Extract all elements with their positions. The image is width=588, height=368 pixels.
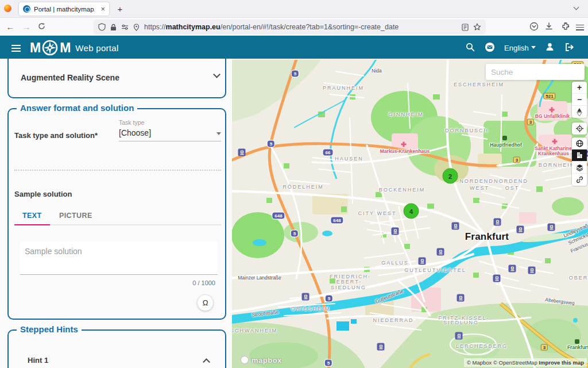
logout-icon[interactable]	[564, 43, 574, 54]
bookmark-star-icon[interactable]	[473, 23, 481, 31]
map-label-district: HAUSEN	[335, 156, 363, 162]
park-poi-icon	[575, 339, 579, 344]
mapbox-logo[interactable]: mapbox	[240, 355, 282, 365]
attribution-osm[interactable]: © OpenStreetMap	[493, 359, 537, 366]
map-canvas[interactable]: NidaPRAUNHEIMESCHERSHEIMGINNHEIMDORNBUSC…	[232, 59, 588, 368]
transit-station-icon	[548, 224, 555, 231]
browser-tab-bar: Portal | mathcitymap.eu × +	[0, 0, 588, 17]
reader-mode-icon[interactable]	[462, 24, 469, 31]
firefox-logo-icon[interactable]	[4, 5, 11, 12]
transit-station-icon	[452, 223, 459, 230]
route-shield: 5	[326, 296, 332, 302]
map-search-input[interactable]	[486, 64, 585, 80]
omega-symbol-button[interactable]: Ω	[197, 294, 214, 311]
answer-format-section: Answer format and solution Task type and…	[7, 108, 226, 320]
classroom-icon[interactable]	[485, 42, 495, 55]
route-shield: 648	[272, 213, 284, 219]
menu-hamburger-icon[interactable]	[576, 23, 584, 32]
location-pin-icon[interactable]	[133, 24, 140, 31]
tracking-shield-icon[interactable]	[98, 23, 106, 31]
map-label-district: WEST	[470, 185, 489, 191]
map-label-district: LERCHESBERG	[456, 343, 508, 349]
map-label-district: SCHWANHEIM	[232, 328, 277, 334]
char-counter: 0 / 1000	[192, 279, 215, 286]
chevron-down-icon[interactable]	[213, 71, 220, 78]
task-type-floating-label: Task type	[119, 119, 144, 126]
map-label-hospital: Krankenhaus	[538, 151, 569, 156]
extensions-puzzle-icon[interactable]	[561, 22, 570, 33]
map-geolocate-control	[572, 122, 587, 135]
compass-button[interactable]	[572, 106, 587, 118]
transit-station-icon	[494, 218, 501, 226]
tab-overflow-chevron-icon[interactable]	[574, 5, 579, 10]
tab-close-button[interactable]: ×	[100, 5, 105, 13]
map-zoom-controls: + −	[572, 82, 587, 118]
search-icon[interactable]	[466, 43, 475, 54]
app-navbar: M M Web portal English	[0, 36, 588, 59]
tab-text[interactable]: TEXT	[22, 212, 42, 220]
chevron-down-icon[interactable]	[531, 46, 536, 49]
park-poi-icon	[502, 136, 507, 140]
transit-station-icon	[509, 265, 516, 273]
attribution-mapbox[interactable]: © Mapbox	[467, 359, 492, 366]
reload-button[interactable]	[34, 20, 48, 34]
url-bar[interactable]: https://mathcitymap.eu/en/portal-en/#!/t…	[94, 20, 486, 34]
map-label-district: OST	[505, 185, 520, 191]
task-cluster-marker[interactable]: 4	[404, 204, 419, 219]
map-label-green: Frankfurt Ci	[567, 344, 588, 350]
map-label-city: Frankfurt	[465, 231, 509, 243]
forward-button[interactable]: →	[20, 20, 33, 34]
new-tab-button[interactable]: +	[114, 3, 126, 16]
answer-format-legend: Answer format and solution	[17, 103, 137, 113]
stepped-hints-section: Stepped Hints Hint 1	[7, 329, 226, 368]
map-label-district: GRIESHEIM	[291, 306, 331, 312]
sample-solution-input[interactable]	[20, 241, 218, 275]
sample-solution-label: Sample solution	[14, 190, 72, 198]
map-label-district: NORDEND	[494, 178, 528, 184]
mapbox-logo-icon	[240, 355, 249, 365]
transit-station-icon	[437, 248, 444, 256]
improve-map-link[interactable]: Improve this map	[539, 359, 584, 366]
buildings-button[interactable]	[572, 150, 587, 162]
hospital-cross-icon	[552, 139, 558, 144]
lock-icon[interactable]	[110, 24, 117, 31]
permissions-sliders-icon[interactable]	[121, 24, 129, 30]
language-selector[interactable]: English	[504, 44, 529, 52]
hospital-cross-icon	[401, 142, 407, 147]
route-shield: 3	[527, 119, 534, 125]
route-shield: 3	[513, 157, 520, 163]
back-button[interactable]: ←	[3, 20, 17, 34]
route-shield: 5	[291, 231, 298, 237]
stepped-hints-legend: Stepped Hints	[17, 324, 82, 334]
share-link-button[interactable]	[572, 174, 587, 186]
map-label-hospital: BG Unfallklinik	[535, 113, 570, 119]
account-icon[interactable]	[545, 42, 555, 54]
layers-button[interactable]	[572, 162, 587, 174]
browser-tab[interactable]: Portal | mathcitymap.eu ×	[19, 2, 109, 16]
sidebar-menu-icon[interactable]	[11, 43, 21, 53]
map-label-street: Mainzer Landstraße	[238, 275, 281, 281]
active-tab-indicator	[14, 224, 50, 225]
task-type-label: Task type and solution*	[14, 131, 98, 140]
route-shield: 3	[541, 344, 548, 351]
pocket-icon[interactable]	[529, 22, 539, 33]
task-form-panel: Augmented Reality Scene Answer format an…	[0, 59, 232, 368]
task-cluster-marker[interactable]: 2	[443, 168, 458, 184]
map-label-district: GINNHEIM	[389, 112, 424, 117]
zoom-in-button[interactable]: +	[572, 82, 587, 94]
map-label-street: Nida	[372, 68, 381, 74]
globe-button[interactable]	[572, 137, 587, 150]
map-label-hospital: Markus-Krankenhaus	[380, 148, 430, 154]
geolocate-button[interactable]	[572, 122, 587, 135]
map-label-district: GUTLEUTVIERTEL	[404, 267, 466, 273]
task-type-select[interactable]: [Choose]	[119, 128, 221, 141]
compass-icon	[41, 39, 59, 56]
select-caret-icon[interactable]	[216, 132, 221, 135]
tab-picture[interactable]: PICTURE	[59, 212, 92, 220]
zoom-out-button[interactable]: −	[572, 94, 587, 106]
transit-station-icon	[302, 293, 310, 301]
downloads-icon[interactable]	[544, 22, 554, 33]
chevron-up-icon[interactable]	[203, 358, 210, 366]
ar-scene-section[interactable]: Augmented Reality Scene	[7, 59, 226, 98]
mcm-logo[interactable]: M M Web portal	[30, 39, 119, 56]
